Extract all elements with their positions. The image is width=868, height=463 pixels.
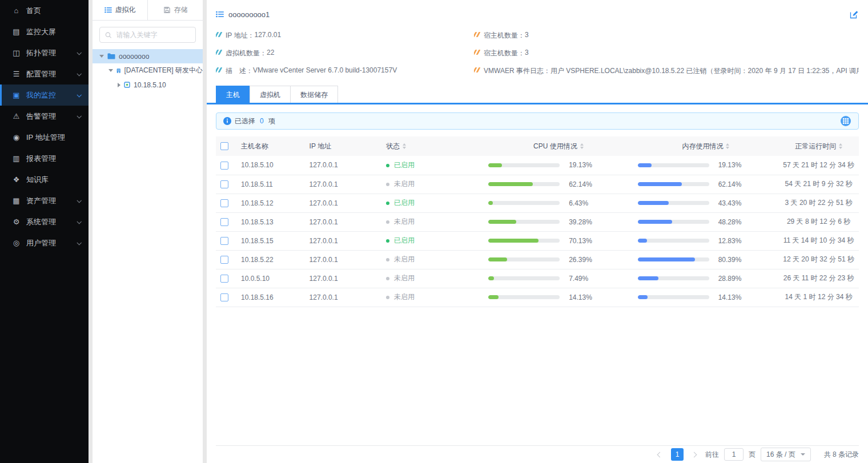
alert-icon: ⚠: [11, 112, 21, 120]
goto-label: 前往: [705, 450, 719, 460]
sidebar-item-user[interactable]: ◎ 用户管理: [0, 232, 89, 253]
row-checkbox[interactable]: [220, 218, 228, 226]
storage-icon: [163, 6, 171, 14]
tab-hosts[interactable]: 主机: [216, 86, 250, 103]
cpu-progress-bar: [488, 295, 560, 299]
tab-virtual-machines[interactable]: 虚拟机: [250, 86, 291, 103]
memory-cell: 14.13%: [633, 288, 779, 307]
report-icon: ▥: [11, 154, 21, 163]
pagination: 1 前往 页 16 条 / 页 共 8 条记录: [216, 445, 859, 463]
row-checkbox[interactable]: [220, 275, 228, 283]
page-size-select[interactable]: 16 条 / 页: [761, 448, 811, 461]
tab-datastores[interactable]: 数据储存: [290, 86, 338, 103]
search-input[interactable]: [115, 30, 190, 39]
table-row: 10.18.5.10 127.0.0.1 已启用 19.13% 19.13% 5…: [216, 156, 859, 175]
tree-node-datacenter[interactable]: [DATACENTER] 研发中心: [93, 63, 203, 78]
caret-down-icon[interactable]: [108, 69, 113, 72]
col-uptime: 正常运行时间: [778, 136, 859, 156]
page-input[interactable]: [724, 448, 744, 461]
ip-management-icon: ◉: [11, 133, 21, 142]
status-dot-icon: [386, 183, 389, 186]
edit-button[interactable]: [849, 10, 859, 19]
host-icon: [124, 82, 130, 88]
status-cell: 已启用: [381, 231, 484, 250]
memory-cell: 62.14%: [633, 175, 779, 194]
main-sidebar: ⌂ 首页 ▤ 监控大屏 ◫ 拓扑管理 ☰ 配置管理 ▣ 我的监控 ⚠ 告警管理: [0, 0, 89, 463]
my-monitoring-icon: ▣: [11, 91, 21, 99]
quote-icon: [474, 50, 479, 55]
chevron-down-icon: [77, 50, 81, 55]
caret-right-icon[interactable]: [118, 83, 120, 87]
tab-virtualization[interactable]: 虚拟化: [93, 0, 147, 20]
sidebar-item-monitor-screen[interactable]: ▤ 监控大屏: [0, 21, 89, 42]
selection-bar: 已选择 0 项: [216, 112, 859, 130]
sidebar-item-topology[interactable]: ◫ 拓扑管理: [0, 42, 89, 63]
sidebar-item-asset[interactable]: ▦ 资产管理: [0, 190, 89, 211]
chevron-down-icon: [77, 92, 81, 97]
status-dot-icon: [386, 239, 389, 243]
detail-header: ooooooooo1 IP 地址：127.0.01 宿主机数量：3 虚拟机数量：…: [207, 0, 868, 76]
sort-uptime-icon[interactable]: [839, 143, 842, 149]
sort-cpu-icon[interactable]: [580, 143, 584, 149]
status-cell: 未启用: [381, 269, 484, 288]
sort-status-icon[interactable]: [403, 143, 406, 149]
memory-progress-bar: [638, 220, 709, 224]
info-value: 127.0.01: [254, 31, 281, 39]
status-cell: 已启用: [381, 156, 484, 175]
knowledge-icon: ❖: [11, 175, 21, 184]
cpu-cell: 70.13%: [484, 231, 633, 250]
row-checkbox[interactable]: [220, 256, 228, 264]
sidebar-item-config[interactable]: ☰ 配置管理: [0, 63, 89, 84]
memory-cell: 43.43%: [633, 194, 779, 212]
sidebar-item-home[interactable]: ⌂ 首页: [0, 0, 89, 21]
info-vm-count: 虚拟机数量：22: [216, 49, 474, 58]
tab-storage[interactable]: 存储: [147, 0, 203, 20]
next-page-button[interactable]: [689, 449, 700, 460]
col-host-name: 主机名称: [236, 136, 305, 156]
sidebar-item-my-monitoring[interactable]: ▣ 我的监控: [0, 84, 89, 106]
home-icon: ⌂: [11, 6, 21, 15]
host-ip: 127.0.0.1: [305, 288, 381, 307]
chevron-down-icon: [77, 71, 81, 76]
status-cell: 未启用: [381, 250, 484, 269]
asset-icon: ▦: [11, 196, 21, 205]
tree-node-host[interactable]: 10.18.5.10: [93, 78, 203, 92]
sidebar-item-alert[interactable]: ⚠ 告警管理: [0, 106, 89, 127]
tree-node-root[interactable]: oooooooo: [93, 49, 203, 63]
host-name: 10.18.5.11: [236, 175, 305, 194]
column-settings-button[interactable]: [840, 115, 851, 127]
cpu-progress-bar: [488, 257, 560, 261]
row-checkbox[interactable]: [220, 293, 228, 301]
select-all-checkbox[interactable]: [220, 142, 228, 150]
row-checkbox[interactable]: [220, 199, 228, 207]
cpu-cell: 14.13%: [484, 288, 633, 307]
row-checkbox[interactable]: [220, 180, 228, 188]
cpu-cell: 19.13%: [484, 156, 633, 175]
page-number-button[interactable]: 1: [671, 448, 684, 461]
app-window: ⌂ 首页 ▤ 监控大屏 ◫ 拓扑管理 ☰ 配置管理 ▣ 我的监控 ⚠ 告警管理: [0, 0, 868, 463]
sidebar-item-knowledge[interactable]: ❖ 知识库: [0, 169, 89, 190]
caret-down-icon[interactable]: [99, 55, 104, 58]
sort-memory-icon[interactable]: [726, 143, 729, 149]
cpu-progress-bar: [488, 239, 560, 243]
sidebar-item-report[interactable]: ▥ 报表管理: [0, 148, 89, 169]
host-name: 10.18.5.15: [236, 231, 305, 250]
resource-tree-panel: 虚拟化 存储 oooooooo [DATACENTER] 研发中心: [93, 0, 203, 463]
memory-cell: 28.89%: [633, 269, 779, 288]
user-icon: ◎: [11, 239, 21, 247]
row-checkbox[interactable]: [220, 162, 228, 170]
info-label: 宿主机数量：: [484, 49, 525, 58]
grid-icon: [840, 115, 851, 127]
chevron-down-icon: [77, 240, 81, 245]
datacenter-icon: [116, 67, 120, 74]
info-value: 用户 VSPHERE.LOCAL\zabbix@10.18.5.22 已注销（登…: [550, 66, 859, 76]
table-row: 10.0.5.10 127.0.0.1 未启用 7.49% 28.89% 26 …: [216, 269, 859, 288]
host-ip: 127.0.0.1: [305, 231, 381, 250]
folder-icon: [107, 53, 115, 59]
sidebar-item-ip-management[interactable]: ◉ IP 地址管理: [0, 127, 89, 148]
prev-page-button[interactable]: [654, 449, 666, 460]
host-name: 10.18.5.10: [236, 156, 305, 175]
sidebar-item-system[interactable]: ⚙ 系统管理: [0, 211, 89, 232]
row-checkbox[interactable]: [220, 237, 228, 245]
host-ip: 127.0.0.1: [305, 156, 381, 175]
